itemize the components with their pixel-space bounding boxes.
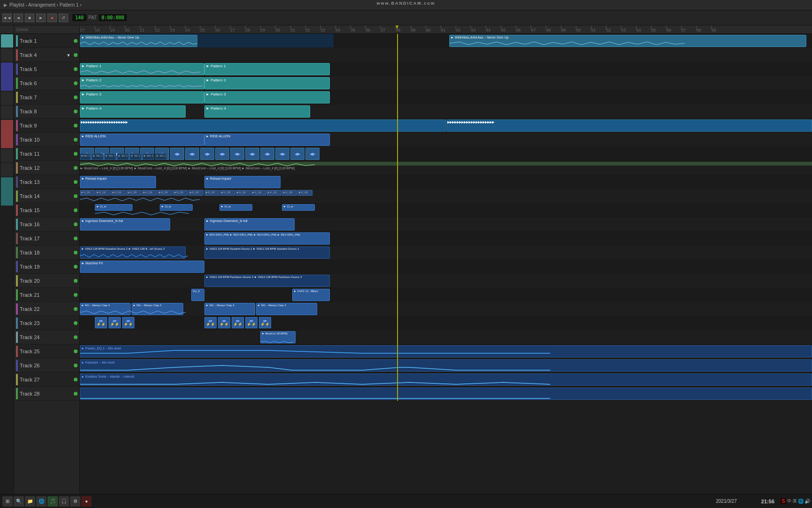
track-lane-22[interactable]: ► NG – Martyn Clap 4 ► NG – Martyn Clap … [80,302,812,316]
track-row-1[interactable]: Track 1 [14,34,79,48]
param-eq-automation[interactable]: ► Param_EQ 2 – Mix level [80,345,812,357]
play-btn[interactable]: ► [36,14,46,22]
track-row-11[interactable]: Track 11 [14,147,79,161]
machine-fx-clip[interactable]: ► Machine FX [80,261,204,273]
pattern-clip-3b[interactable]: ► Pattern 3 [204,91,330,103]
red-circle-taskbar[interactable]: ● [81,496,92,507]
track-row-12[interactable]: Track 12 [14,161,79,175]
track-row-10[interactable]: Track 10 [14,133,79,147]
track-row-4[interactable]: Track 4 ▾ [14,48,79,62]
track-lane-13[interactable]: ► Reload Impact ► Reload Impact [80,175,812,189]
reload-impact-a[interactable]: ► Reload Impact [80,176,156,188]
track-lane-4[interactable] [80,48,812,62]
track-lane-8[interactable]: ► Pattern 4 ► Pattern 4 [80,104,812,119]
music-taskbar[interactable]: 🎵 [47,496,58,507]
k06-clips-row-b[interactable]: ►K_06 ►K_06 ►K_06 ►K_06 ►K_06 ►K_06 ►K_0… [204,190,312,196]
track-row-19[interactable]: Track 19 [14,260,79,274]
pattern-clip-4b[interactable]: ► Pattern 4 [204,105,310,118]
track-lane-7[interactable]: ► Pattern 3 ► Pattern 3 [80,90,812,104]
track-lane-10[interactable]: ► RIDE ALLION ► RIDE ALLION [80,133,812,147]
content-area[interactable]: 17 18 19 20 21 22 23 24 25 26 [80,25,812,494]
file-explorer-taskbar[interactable]: 📁 [25,496,35,507]
browser-taskbar[interactable]: 🌐 [36,496,47,507]
track-row-9[interactable]: Track 9 [14,119,79,133]
track-lane-16[interactable]: ► Ingrosso Downsine_fx full ► Ingrosso D… [80,217,812,231]
track-lane-6[interactable]: ► Pattern 2 ► Pattern 2 [80,76,812,90]
track-row-22[interactable]: Track 22 [14,302,79,316]
rec-btn[interactable]: ● [47,14,57,22]
track-row-26[interactable]: Track 26 [14,358,79,373]
track-lane-14[interactable]: ►K_06 ►K_06 ►K_06 ►K_06 ►K_06 ►K_06 ►K_0… [80,189,812,203]
pattern-clip-1a[interactable]: ► Pattern 1 [80,63,204,75]
track-lane-5[interactable]: ► Pattern 1 ► Pattern 1 [80,62,812,76]
track-lane-15[interactable]: ► Cl_in ► Cl_in ► Cl_in ► Cl_in [80,203,812,217]
track-lane-9[interactable]: ▶▶▶▶▶▶▶▶▶▶▶▶▶▶▶▶▶▶▶▶ ▶▶▶▶▶▶▶▶▶▶▶▶▶▶▶▶▶▶▶… [80,119,812,133]
track-lane-24[interactable]: ► MusiCor 28 BPM) [80,330,812,344]
k06-clips-row-a[interactable]: ►K_06 ►K_06 ►K_06 ►K_06 ►K_06 ►K_06 ►K_0… [80,190,203,196]
track-row-21[interactable]: Track 21 [14,288,79,302]
pattern-clip-2b[interactable]: ► Pattern 2 [204,77,330,89]
rew-btn[interactable]: ◄ [14,14,23,22]
track-lane-11[interactable]: ◀▶ ◀▶ ◀▶ ◀▶ ◀▶ ◀▶ ◀▶ ◀▶ ◀▶ ◀▶ ◀▶ ◀▶ ◀▶ ◀… [80,147,812,161]
track-lane-12[interactable]: ► MusiCore – Lost_4 [E] [128 BPM] ► Musi… [80,161,812,175]
loop-btn[interactable]: ↺ [59,14,68,22]
settings-taskbar[interactable]: ⚙ [70,496,80,507]
track-row-27[interactable]: Track 27 [14,373,79,387]
vuf-clip-a[interactable]: VU_5 [191,289,204,301]
pattern-clip-2a[interactable]: ► Pattern 2 [80,77,204,89]
track-lane-25[interactable]: ► Param_EQ 2 – Mix level [80,344,812,358]
track-row-24[interactable]: Track 24 [14,330,79,344]
pattern-clip-1b[interactable]: ► Pattern 1 [204,63,330,75]
vuf-clip-b[interactable]: ► VUF2 12...8Bars [292,289,330,301]
pattern-clip-3a[interactable]: ► Pattern 3 [80,91,204,103]
track-row-23[interactable]: Track 23 [14,316,79,330]
track-row-18[interactable]: Track 18 [14,246,79,260]
track-lane-21[interactable]: VU_5 ► VUF2 12...8Bars [80,288,812,302]
track-lane-18[interactable]: ► VDE3 128 BPM Swedish Drums 2 ► VDE3 12… [80,246,812,260]
audio-clip-1a[interactable]: ► WildVibes,Arild Aas – Never Give Up [80,35,197,47]
search-taskbar[interactable]: 🔍 [14,496,24,507]
track-lane-1[interactable]: ► WildVibes,Arild Aas – Never Give Up ► … [80,34,812,48]
track-row-15[interactable]: Track 15 [14,203,79,217]
track-row-6[interactable]: Track 6 [14,76,79,90]
beat-clips-row-11[interactable]: ◀▶ ◀▶ ◀▶ ◀▶ ◀▶ ◀▶ ◀▶ ◀▶ ◀▶ ◀▶ ◀▶ ◀▶ ◀▶ ◀… [80,148,812,160]
pantheon-clip[interactable]: ► VDE3 128 BPM Pantheon Drums 4 ► VDE3 1… [204,275,330,287]
tracks-area[interactable]: ► WildVibes,Arild Aas – Never Give Up ► … [80,34,812,401]
ingrosso-clip-b[interactable]: ► Ingrosso Downsine_fx full [204,218,295,230]
track-row-17[interactable]: Track 17 [14,231,79,246]
track-row-28[interactable]: Track 28 [14,387,79,401]
ride-allion-clip-b[interactable]: ► RIDE ALLION [204,134,330,146]
kickstart-automation[interactable]: ► Kickstart – Mix level [80,359,812,372]
small-arrow-clips-a[interactable]: ◀▶ ⚡⚡ ◀▶ ⚡⚡ ◀▶ ⚡⚡ [95,317,134,328]
track-lane-19[interactable]: ► Machine FX [80,260,812,274]
ingrosso-clip-a[interactable]: ► Ingrosso Downsine_fx full [80,218,170,230]
beat-clips-row-9[interactable]: ▶▶▶▶▶▶▶▶▶▶▶▶▶▶▶▶▶▶▶▶ ▶▶▶▶▶▶▶▶▶▶▶▶▶▶▶▶▶▶▶… [80,119,812,132]
track-lane-17[interactable]: ► REV-DRU_PM) ► REV-DRU_PM) ► REV-DRU_PM… [80,231,812,246]
start-button[interactable]: ⊞ [2,496,13,507]
track-row-20[interactable]: Track 20 [14,274,79,288]
ci-in-clip-b2[interactable]: ► Cl_in [282,204,315,211]
track-row-8[interactable]: Track 8 [14,104,79,119]
rev-dru-clip[interactable]: ► REV-DRU_PM) ► REV-DRU_PM) ► REV-DRU_PM… [204,232,330,245]
stop-btn[interactable]: ■ [25,14,34,22]
track-lane-26[interactable]: ► Kickstart – Mix level [80,358,812,373]
ride-allion-clip-a[interactable]: ► RIDE ALLION [80,134,204,146]
ci-in-clip-a2[interactable]: ► Cl_in [160,204,193,211]
endless-smile-automation[interactable]: ► Endless Smile – Master – Intensit [80,373,812,386]
ci-in-clip-b1[interactable]: ► Cl_in [219,204,252,211]
audio-clip-1b[interactable]: ► WildVibes,Arild Aas – Never Give Up [449,35,806,47]
track-row-5[interactable]: Track 5 [14,62,79,76]
ci-in-clip-a1[interactable]: ► Cl_in [95,204,133,211]
headphones-taskbar[interactable]: 🎧 [59,496,69,507]
track-row-13[interactable]: Track 13 [14,175,79,189]
track-lane-28[interactable] [80,387,812,401]
reload-impact-b[interactable]: ► Reload Impact [204,176,281,188]
track-lane-20[interactable]: ► VDE3 128 BPM Pantheon Drums 4 ► VDE3 1… [80,274,812,288]
track-28-automation[interactable] [80,388,812,400]
small-arrow-clips-b[interactable]: ◀▶ ⚡⚡ ◀▶ ⚡⚡ ◀▶ ⚡⚡ ◀▶ ⚡⚡ [204,317,271,328]
track-row-14[interactable]: Track 14 [14,189,79,203]
track-lane-23[interactable]: ◀▶ ⚡⚡ ◀▶ ⚡⚡ ◀▶ ⚡⚡ ◀▶ ⚡⚡ [80,316,812,330]
pattern-clip-4a[interactable]: ► Pattern 4 [80,105,186,118]
track-row-16[interactable]: Track 16 [14,217,79,231]
track-row-7[interactable]: Track 7 [14,90,79,104]
